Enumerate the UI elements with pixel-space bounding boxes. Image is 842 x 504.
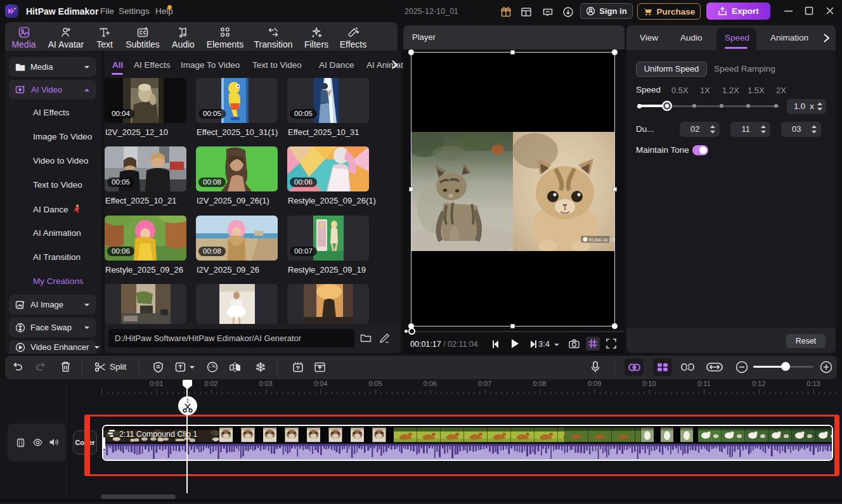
svg-text:0:11: 0:11 (697, 380, 711, 387)
svg-text:0:03: 0:03 (259, 380, 273, 387)
svg-text:0:09: 0:09 (588, 380, 601, 387)
svg-text:0:05: 0:05 (368, 380, 382, 387)
svg-text:0:10: 0:10 (642, 380, 656, 387)
svg-text:0:06: 0:06 (424, 380, 437, 387)
svg-text:0:04: 0:04 (314, 380, 327, 387)
svg-text:0:02: 0:02 (204, 380, 217, 387)
svg-text:0:07: 0:07 (478, 380, 491, 387)
svg-text:0:12: 0:12 (752, 380, 765, 387)
svg-text:0:08: 0:08 (533, 380, 546, 387)
svg-text:0:01: 0:01 (150, 380, 163, 387)
svg-text:0:13: 0:13 (806, 380, 820, 387)
